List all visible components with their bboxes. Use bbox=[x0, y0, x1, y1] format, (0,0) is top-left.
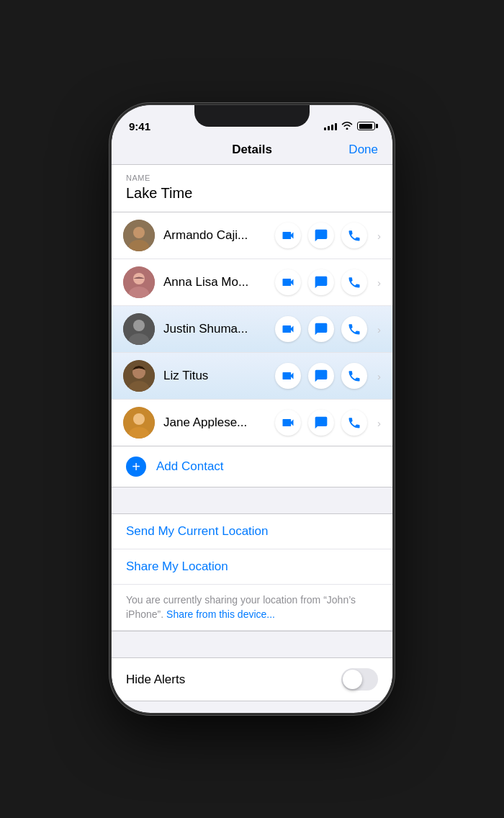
avatar bbox=[123, 407, 155, 439]
avatar bbox=[123, 266, 155, 298]
nav-title: Details bbox=[162, 143, 342, 157]
wifi-icon bbox=[341, 121, 353, 132]
name-label: NAME bbox=[126, 174, 378, 182]
phone-call-button[interactable] bbox=[341, 363, 367, 389]
contact-actions: › bbox=[275, 316, 381, 342]
group-name: Lake Time bbox=[126, 185, 378, 202]
phone-call-button[interactable] bbox=[341, 316, 367, 342]
contact-row: Liz Titus › bbox=[112, 353, 392, 400]
message-button[interactable] bbox=[308, 316, 334, 342]
video-call-button[interactable] bbox=[275, 316, 301, 342]
send-location-label: Send My Current Location bbox=[126, 524, 269, 538]
phone-call-button[interactable] bbox=[341, 223, 367, 248]
hide-alerts-row: Hide Alerts bbox=[112, 658, 392, 701]
toggle-knob bbox=[343, 670, 362, 689]
section-divider bbox=[112, 487, 392, 513]
battery-fill bbox=[359, 124, 372, 129]
status-icons bbox=[324, 121, 375, 132]
hide-alerts-label: Hide Alerts bbox=[126, 673, 185, 687]
contact-actions: › bbox=[275, 223, 381, 248]
signal-bar-4 bbox=[335, 123, 337, 130]
add-contact-row[interactable]: + Add Contact bbox=[112, 446, 392, 487]
share-location-label: Share My Location bbox=[126, 559, 228, 573]
contact-name: Justin Shuma... bbox=[163, 322, 275, 336]
chevron-right-icon: › bbox=[377, 417, 381, 429]
contact-actions: › bbox=[275, 269, 381, 295]
share-from-device-link[interactable]: Share from this device... bbox=[166, 608, 275, 620]
video-call-button[interactable] bbox=[275, 363, 301, 389]
add-contact-icon: + bbox=[126, 457, 146, 477]
add-contact-label: Add Contact bbox=[156, 459, 224, 474]
contact-row: Justin Shuma... › bbox=[112, 306, 392, 353]
phone-body: 9:41 bbox=[112, 105, 392, 713]
avatar bbox=[123, 220, 155, 251]
nav-bar: Details Done bbox=[112, 137, 392, 165]
svg-point-14 bbox=[133, 413, 145, 425]
chevron-right-icon: › bbox=[377, 230, 381, 242]
done-button[interactable]: Done bbox=[342, 143, 378, 157]
hide-alerts-section: Hide Alerts bbox=[112, 657, 392, 701]
location-info-text: You are currently sharing your location … bbox=[126, 594, 356, 620]
avatar bbox=[123, 360, 155, 392]
contact-actions: › bbox=[275, 363, 381, 389]
battery-icon bbox=[357, 122, 375, 130]
contact-name: Jane Applese... bbox=[163, 415, 275, 430]
hide-alerts-toggle[interactable] bbox=[341, 668, 378, 691]
chevron-right-icon: › bbox=[377, 370, 381, 382]
content-area: NAME Lake Time bbox=[112, 165, 392, 705]
signal-bars-icon bbox=[324, 122, 337, 130]
contact-name: Armando Caji... bbox=[163, 228, 275, 243]
share-location-row[interactable]: Share My Location bbox=[112, 549, 392, 585]
section-divider-2 bbox=[112, 632, 392, 657]
phone-call-button[interactable] bbox=[341, 269, 367, 295]
contact-row: Armando Caji... › bbox=[112, 212, 392, 259]
message-button[interactable] bbox=[308, 410, 334, 436]
video-call-button[interactable] bbox=[275, 410, 301, 436]
screen: 9:41 bbox=[112, 105, 392, 713]
message-button[interactable] bbox=[308, 269, 334, 295]
phone-call-button[interactable] bbox=[341, 410, 367, 436]
name-section: NAME Lake Time bbox=[112, 165, 392, 212]
send-location-row[interactable]: Send My Current Location bbox=[112, 514, 392, 549]
phone-frame: 9:41 bbox=[0, 0, 504, 818]
contact-actions: › bbox=[275, 410, 381, 436]
contact-row: Anna Lisa Mo... › bbox=[112, 259, 392, 306]
location-info: You are currently sharing your location … bbox=[112, 585, 392, 631]
contacts-section: Armando Caji... › bbox=[112, 212, 392, 446]
signal-bar-1 bbox=[324, 127, 326, 130]
notch bbox=[194, 105, 310, 127]
svg-point-1 bbox=[133, 227, 145, 238]
chevron-right-icon: › bbox=[377, 277, 381, 289]
avatar bbox=[123, 313, 155, 345]
location-actions-section: Send My Current Location Share My Locati… bbox=[112, 513, 392, 632]
video-call-button[interactable] bbox=[275, 269, 301, 295]
svg-point-8 bbox=[133, 320, 145, 331]
contact-name: Liz Titus bbox=[163, 369, 275, 383]
chevron-right-icon: › bbox=[377, 323, 381, 336]
status-time: 9:41 bbox=[129, 120, 150, 132]
message-button[interactable] bbox=[308, 223, 334, 248]
contact-name: Anna Lisa Mo... bbox=[163, 275, 275, 289]
contact-row: Jane Applese... › bbox=[112, 400, 392, 446]
message-button[interactable] bbox=[308, 363, 334, 389]
signal-bar-3 bbox=[331, 125, 333, 130]
video-call-button[interactable] bbox=[275, 223, 301, 248]
signal-bar-2 bbox=[328, 126, 330, 130]
